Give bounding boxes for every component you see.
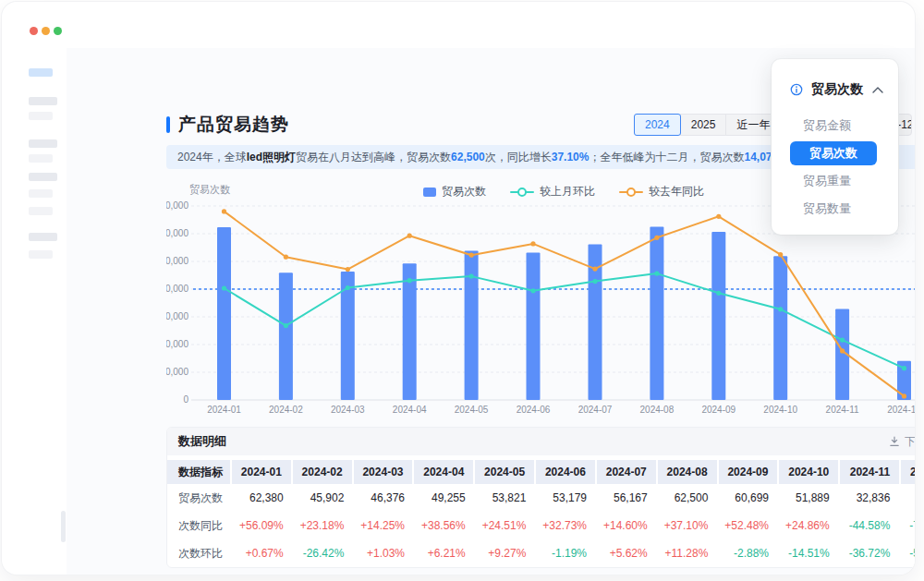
table-cell: +6.21% bbox=[414, 547, 475, 560]
metric-option-贸易次数-selected[interactable]: 贸易次数 bbox=[790, 141, 877, 165]
sidebar-item[interactable] bbox=[29, 173, 57, 181]
table-cell: +56.09% bbox=[232, 519, 293, 532]
sidebar-item-active[interactable] bbox=[29, 68, 53, 77]
svg-text:2024-12: 2024-12 bbox=[887, 405, 915, 415]
table-cell: -44.58% bbox=[839, 519, 900, 532]
svg-text:40,000: 40,000 bbox=[166, 284, 188, 294]
sidebar-item[interactable] bbox=[29, 139, 57, 148]
table-cell: +0.67% bbox=[232, 547, 293, 560]
page-title-row: 产品贸易趋势 bbox=[166, 113, 289, 137]
table-header-cell: 数据指标 bbox=[167, 460, 232, 484]
year-tab-group: 20242025近一年 bbox=[634, 114, 781, 136]
table-cell: -77.29% bbox=[899, 519, 915, 532]
year-tab-2024[interactable]: 2024 bbox=[634, 114, 681, 136]
table-cell: 51,889 bbox=[778, 491, 839, 504]
row-label: 次数同比 bbox=[167, 518, 232, 534]
svg-text:2024-05: 2024-05 bbox=[455, 405, 489, 415]
metric-option-贸易金额[interactable]: 贸易金额 bbox=[790, 114, 885, 138]
table-cell: +24.51% bbox=[475, 519, 536, 532]
svg-text:60,000: 60,000 bbox=[166, 228, 188, 238]
table-header-cell: 2024-09 bbox=[719, 460, 780, 484]
svg-text:0: 0 bbox=[183, 394, 188, 405]
table-cell: +14.25% bbox=[353, 519, 414, 532]
svg-text:2024-02: 2024-02 bbox=[269, 405, 303, 415]
table-cell: 32,836 bbox=[839, 491, 900, 504]
info-icon bbox=[790, 83, 803, 96]
minimize-window-button[interactable] bbox=[42, 27, 50, 35]
banner-segment: 次，同比增长 bbox=[485, 151, 552, 163]
close-window-button[interactable] bbox=[30, 27, 38, 35]
table-header-cell: 2024-01 bbox=[232, 460, 293, 484]
banner-segment: 37.10% bbox=[552, 151, 590, 163]
table-header-cell: 2024-03 bbox=[354, 460, 415, 484]
table-header-cell: 2024-02 bbox=[293, 460, 354, 484]
sidebar-item[interactable] bbox=[29, 207, 53, 215]
table-cell: -57.14% bbox=[899, 547, 915, 560]
table-header-cell: 2024-04 bbox=[414, 460, 475, 484]
download-icon bbox=[889, 436, 900, 447]
metric-option-贸易重量[interactable]: 贸易重量 bbox=[790, 169, 885, 193]
svg-text:2024-06: 2024-06 bbox=[517, 405, 551, 415]
svg-text:2024-01: 2024-01 bbox=[207, 405, 241, 415]
table-cell: +32.73% bbox=[535, 519, 596, 532]
table-cell: +52.48% bbox=[717, 519, 778, 532]
data-detail-title: 数据明细 bbox=[178, 433, 226, 450]
row-label: 贸易次数 bbox=[167, 490, 232, 506]
banner-segment: 2024年，全球 bbox=[177, 151, 247, 163]
page-title: 产品贸易趋势 bbox=[178, 113, 289, 137]
table-cell: +9.27% bbox=[475, 547, 536, 560]
row-label: 次数环比 bbox=[167, 546, 232, 562]
table-cell: +1.03% bbox=[353, 547, 414, 560]
sidebar-item[interactable] bbox=[29, 250, 53, 259]
table-cell: 56,167 bbox=[596, 491, 657, 504]
sidebar-item[interactable] bbox=[29, 97, 57, 105]
table-header-cell: 2024-07 bbox=[597, 460, 658, 484]
table-cell: 53,179 bbox=[535, 491, 596, 504]
table-row-次数环比: 次数环比+0.67%-26.42%+1.03%+6.21%+9.27%-1.19… bbox=[167, 539, 915, 567]
table-header-cell: 2024-05 bbox=[475, 460, 536, 484]
sidebar-item[interactable] bbox=[29, 189, 53, 198]
metric-dropdown-panel: 贸易次数 贸易金额贸易次数贸易重量贸易数量 bbox=[772, 59, 898, 235]
sidebar-item[interactable] bbox=[29, 154, 53, 163]
year-tab-2025[interactable]: 2025 bbox=[680, 114, 727, 136]
svg-text:2024-10: 2024-10 bbox=[763, 405, 797, 415]
sidebar-scrollbar[interactable] bbox=[61, 511, 66, 542]
table-cell: +24.86% bbox=[778, 519, 839, 532]
download-label: 下载数据 bbox=[905, 434, 915, 450]
table-header-row: 数据指标2024-012024-022024-032024-042024-052… bbox=[167, 460, 915, 484]
data-detail-header: 数据明细 下载数据 bbox=[167, 428, 915, 455]
data-table: 数据指标2024-012024-022024-032024-042024-052… bbox=[167, 460, 915, 567]
table-cell: 53,821 bbox=[475, 491, 536, 504]
table-cell: 46,376 bbox=[353, 491, 414, 504]
table-cell: -2.88% bbox=[717, 547, 778, 560]
table-cell: 49,255 bbox=[414, 491, 475, 504]
table-header-cell: 2024-06 bbox=[536, 460, 597, 484]
download-data-button[interactable]: 下载数据 bbox=[889, 434, 915, 450]
svg-text:2024-03: 2024-03 bbox=[331, 405, 365, 415]
table-cell: 60,699 bbox=[717, 491, 778, 504]
svg-text:2024-09: 2024-09 bbox=[701, 405, 736, 415]
table-header-cell: 2024-08 bbox=[658, 460, 719, 484]
table-cell: +11.28% bbox=[657, 547, 718, 560]
metric-option-贸易数量[interactable]: 贸易数量 bbox=[790, 197, 885, 221]
table-cell: +5.62% bbox=[596, 547, 657, 560]
svg-text:20,000: 20,000 bbox=[166, 339, 188, 349]
table-cell: -1.19% bbox=[535, 547, 596, 560]
table-row-次数同比: 次数同比+56.09%+23.18%+14.25%+38.56%+24.51%+… bbox=[167, 512, 915, 539]
table-cell: +37.10% bbox=[657, 519, 718, 532]
banner-segment: 贸易在八月达到高峰，贸易次数 bbox=[296, 151, 451, 163]
table-cell: -14.51% bbox=[778, 547, 839, 560]
table-cell: 14,073 bbox=[899, 491, 915, 504]
table-cell: -26.42% bbox=[293, 547, 354, 560]
table-cell: +14.60% bbox=[596, 519, 657, 532]
svg-text:10,000: 10,000 bbox=[166, 367, 188, 377]
sidebar-item[interactable] bbox=[29, 233, 57, 241]
maximize-window-button[interactable] bbox=[54, 27, 62, 35]
sidebar-item[interactable] bbox=[29, 112, 53, 120]
svg-text:2024-07: 2024-07 bbox=[578, 405, 613, 415]
table-cell: 62,380 bbox=[232, 491, 293, 504]
metric-dropdown-header[interactable]: 贸易次数 bbox=[790, 81, 883, 98]
svg-text:30,000: 30,000 bbox=[166, 311, 188, 321]
metric-options-list: 贸易金额贸易次数贸易重量贸易数量 bbox=[790, 114, 885, 221]
table-header-cell: 2024-11 bbox=[840, 460, 901, 484]
